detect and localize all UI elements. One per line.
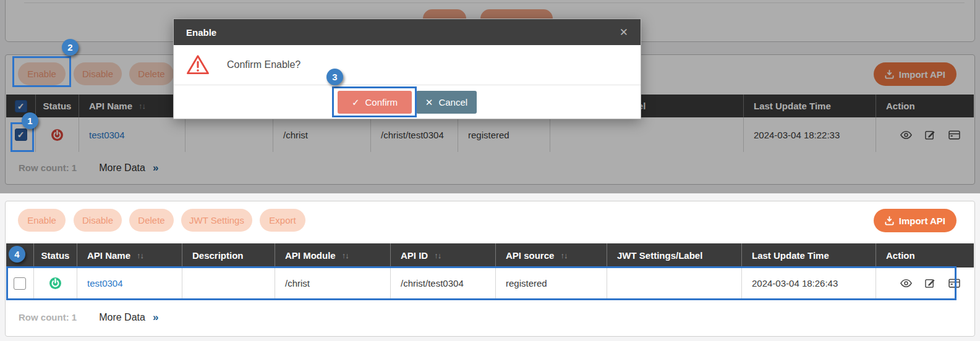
jwt-settings-button[interactable]: JWT Settings: [181, 209, 252, 232]
disable-button[interactable]: Disable: [74, 209, 122, 232]
col-api-name[interactable]: API Name↑↓: [77, 243, 182, 267]
row-count: Row count: 1: [19, 312, 77, 322]
cancel-button[interactable]: ✕ Cancel: [416, 91, 477, 114]
sort-icon[interactable]: ↑↓: [137, 251, 143, 260]
import-api-button[interactable]: Import API: [874, 209, 957, 232]
table-header-row: Status API Name↑↓ Description API Module…: [6, 243, 974, 267]
step-badge-3: 3: [326, 69, 343, 85]
warning-icon: [186, 54, 210, 75]
sort-icon[interactable]: ↑↓: [342, 251, 349, 260]
dialog-message: Confirm Enable?: [227, 59, 300, 70]
download-icon: [885, 216, 894, 225]
more-data-link[interactable]: More Data »: [99, 311, 158, 324]
col-api-source[interactable]: API source↑↓: [496, 243, 607, 267]
import-api-label: Import API: [899, 216, 945, 226]
dialog-header: Enable ✕: [174, 19, 641, 45]
step-badge-1: 1: [22, 112, 38, 129]
col-last-update: Last Update Time: [742, 243, 876, 267]
highlight-box-row: [6, 266, 957, 300]
double-chevron-icon: »: [153, 311, 158, 324]
col-status: Status: [34, 243, 77, 267]
export-button[interactable]: Export: [260, 209, 305, 232]
col-description: Description: [182, 243, 275, 267]
table-footer: Row count: 1 More Data »: [6, 299, 974, 335]
x-icon: ✕: [425, 97, 433, 108]
dialog-body: Confirm Enable?: [174, 45, 641, 85]
dialog-title: Enable: [186, 27, 620, 38]
delete-button[interactable]: Delete: [129, 209, 174, 232]
sort-icon[interactable]: ↑↓: [434, 251, 441, 260]
highlight-box-confirm: [332, 86, 417, 117]
col-api-id[interactable]: API ID↑↓: [391, 243, 496, 267]
col-api-module[interactable]: API Module↑↓: [275, 243, 391, 267]
close-icon[interactable]: ✕: [620, 26, 628, 39]
col-action: Action: [876, 243, 974, 267]
enable-button[interactable]: Enable: [18, 209, 66, 232]
highlight-box-enable: [12, 56, 71, 87]
result-page-section: Enable Disable Delete JWT Settings Expor…: [0, 193, 980, 341]
dimmed-page-section: Enable Disable Delete Import API ✓ Statu…: [0, 0, 980, 193]
col-jwt: JWT Settings/Label: [607, 243, 742, 267]
step-badge-2: 2: [62, 39, 79, 56]
step-badge-4: 4: [9, 246, 25, 263]
sort-icon[interactable]: ↑↓: [560, 251, 567, 260]
